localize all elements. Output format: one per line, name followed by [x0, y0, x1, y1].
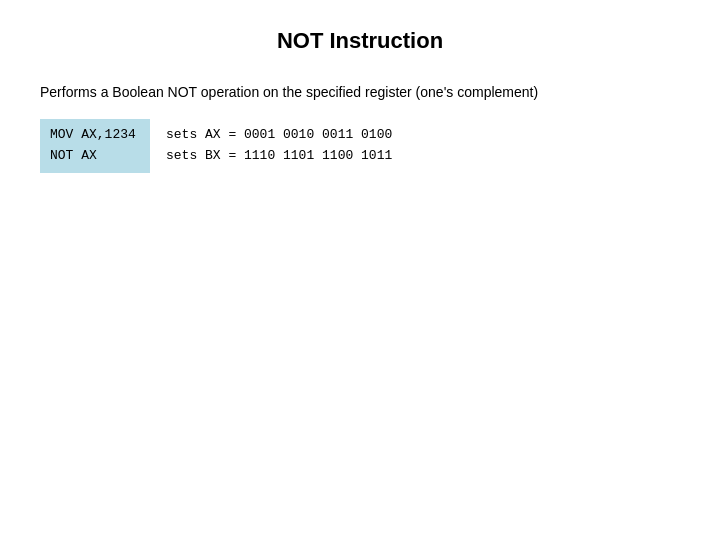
code-line-2: NOT AX [50, 146, 140, 167]
code-block: MOV AX,1234 NOT AX [40, 119, 150, 173]
result-block: sets AX = 0001 0010 0011 0100 sets BX = … [150, 119, 408, 173]
code-line-1: MOV AX,1234 [50, 125, 140, 146]
page-title: NOT Instruction [40, 24, 680, 54]
result-line-1: sets AX = 0001 0010 0011 0100 [166, 125, 392, 146]
description-text: Performs a Boolean NOT operation on the … [40, 82, 680, 103]
page-container: NOT Instruction Performs a Boolean NOT o… [0, 0, 720, 540]
code-section: MOV AX,1234 NOT AX sets AX = 0001 0010 0… [40, 119, 680, 173]
result-line-2: sets BX = 1110 1101 1100 1011 [166, 146, 392, 167]
